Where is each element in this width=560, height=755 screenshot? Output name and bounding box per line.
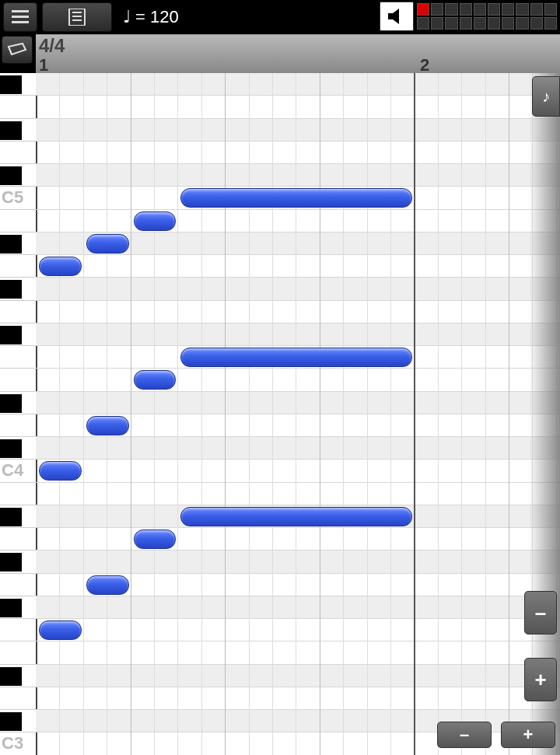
grid-row[interactable]	[36, 255, 560, 278]
grid-row[interactable]	[36, 596, 560, 619]
piano-black-key[interactable]	[0, 280, 22, 299]
pattern-cell[interactable]	[502, 17, 514, 30]
vzoom-in-button[interactable]: +	[524, 658, 557, 701]
piano-key[interactable]	[0, 687, 36, 710]
grid-row[interactable]	[36, 528, 560, 551]
piano-key[interactable]	[0, 255, 36, 278]
grid-row[interactable]	[36, 301, 560, 323]
grid-row[interactable]	[36, 119, 560, 142]
piano-key[interactable]	[0, 483, 36, 505]
pattern-cell[interactable]	[474, 3, 486, 16]
pattern-cell[interactable]	[544, 3, 557, 16]
sub-line	[367, 73, 368, 755]
grid-row[interactable]	[36, 369, 560, 391]
note-grid[interactable]	[36, 73, 560, 755]
midi-note[interactable]	[134, 370, 177, 390]
hzoom-out-button[interactable]: –	[437, 722, 492, 748]
piano-key[interactable]	[0, 641, 36, 664]
grid-row[interactable]	[36, 665, 560, 687]
piano-black-key[interactable]	[0, 439, 22, 458]
piano-key[interactable]	[0, 369, 36, 391]
perspective-button[interactable]	[2, 36, 33, 64]
midi-note[interactable]	[39, 461, 82, 481]
piano-keys[interactable]: C5C4C3	[0, 73, 36, 755]
piano-black-key[interactable]	[0, 553, 22, 571]
midi-note[interactable]	[86, 416, 129, 435]
hzoom-in-button[interactable]: +	[501, 722, 555, 748]
piano-key[interactable]	[0, 346, 36, 369]
grid-row[interactable]	[36, 437, 560, 460]
pattern-selector[interactable]	[417, 3, 557, 30]
pattern-cell[interactable]	[530, 17, 543, 30]
grid-row[interactable]	[36, 619, 560, 641]
view-list-button[interactable]	[42, 2, 112, 32]
piano-key[interactable]	[0, 619, 36, 641]
piano-key[interactable]	[0, 210, 36, 232]
piano-key[interactable]	[0, 142, 36, 164]
midi-note[interactable]	[180, 507, 412, 526]
pattern-cell[interactable]	[488, 17, 500, 30]
piano-key[interactable]: C3	[0, 732, 36, 755]
piano-key[interactable]	[0, 528, 36, 551]
piano-black-key[interactable]	[0, 75, 22, 94]
piano-key[interactable]	[0, 301, 36, 323]
piano-black-key[interactable]	[0, 326, 22, 344]
piano-black-key[interactable]	[0, 667, 22, 686]
piano-black-key[interactable]	[0, 599, 22, 617]
grid-row[interactable]	[36, 641, 560, 664]
grid-row[interactable]	[36, 96, 560, 118]
pattern-cell[interactable]	[460, 3, 472, 16]
grid-row[interactable]	[36, 483, 560, 505]
grid-row[interactable]	[36, 392, 560, 414]
midi-note[interactable]	[134, 211, 177, 231]
pattern-cell[interactable]	[530, 3, 543, 16]
grid-row[interactable]	[36, 460, 560, 482]
pattern-cell[interactable]	[417, 3, 429, 16]
midi-note[interactable]	[180, 348, 412, 367]
grid-row[interactable]	[36, 323, 560, 346]
midi-note[interactable]	[86, 575, 129, 595]
piano-black-key[interactable]	[0, 394, 22, 413]
vzoom-out-button[interactable]: –	[524, 591, 557, 634]
midi-note[interactable]	[86, 234, 129, 253]
piano-black-key[interactable]	[0, 508, 22, 526]
pattern-cell[interactable]	[474, 17, 486, 30]
midi-note[interactable]	[180, 188, 412, 208]
grid-row[interactable]	[36, 73, 560, 96]
piano-black-key[interactable]	[0, 712, 22, 731]
pattern-cell[interactable]	[431, 17, 443, 30]
pattern-cell[interactable]	[431, 3, 443, 16]
grid-row[interactable]	[36, 164, 560, 187]
speaker-button[interactable]	[380, 2, 414, 31]
note-palette-tab[interactable]: ♪	[532, 76, 560, 117]
grid-row[interactable]	[36, 142, 560, 164]
piano-key[interactable]	[0, 414, 36, 437]
piano-key[interactable]	[0, 574, 36, 596]
grid-row[interactable]	[36, 551, 560, 573]
pattern-cell[interactable]	[445, 17, 457, 30]
pattern-cell[interactable]	[502, 3, 514, 16]
pattern-cell[interactable]	[516, 3, 528, 16]
pattern-cell[interactable]	[417, 17, 429, 30]
midi-note[interactable]	[39, 257, 82, 276]
piano-key[interactable]: C4	[0, 460, 36, 482]
pattern-cell[interactable]	[516, 17, 528, 30]
tempo-display[interactable]: ♩ = 120	[123, 7, 179, 27]
timeline-ruler[interactable]: 4/4 1 2	[36, 34, 560, 73]
pattern-cell[interactable]	[488, 3, 500, 16]
grid-row[interactable]	[36, 210, 560, 232]
grid-row[interactable]	[36, 278, 560, 300]
midi-note[interactable]	[134, 530, 177, 549]
menu-button[interactable]	[3, 2, 37, 32]
piano-black-key[interactable]	[0, 235, 22, 253]
midi-note[interactable]	[39, 620, 82, 640]
piano-black-key[interactable]	[0, 121, 22, 140]
grid-row[interactable]	[36, 687, 560, 710]
pattern-cell[interactable]	[544, 17, 557, 30]
pattern-cell[interactable]	[460, 17, 472, 30]
pattern-cell[interactable]	[445, 3, 457, 16]
sub-line	[438, 73, 439, 755]
piano-key[interactable]	[0, 96, 36, 118]
piano-black-key[interactable]	[0, 166, 22, 185]
piano-key[interactable]: C5	[0, 187, 36, 209]
